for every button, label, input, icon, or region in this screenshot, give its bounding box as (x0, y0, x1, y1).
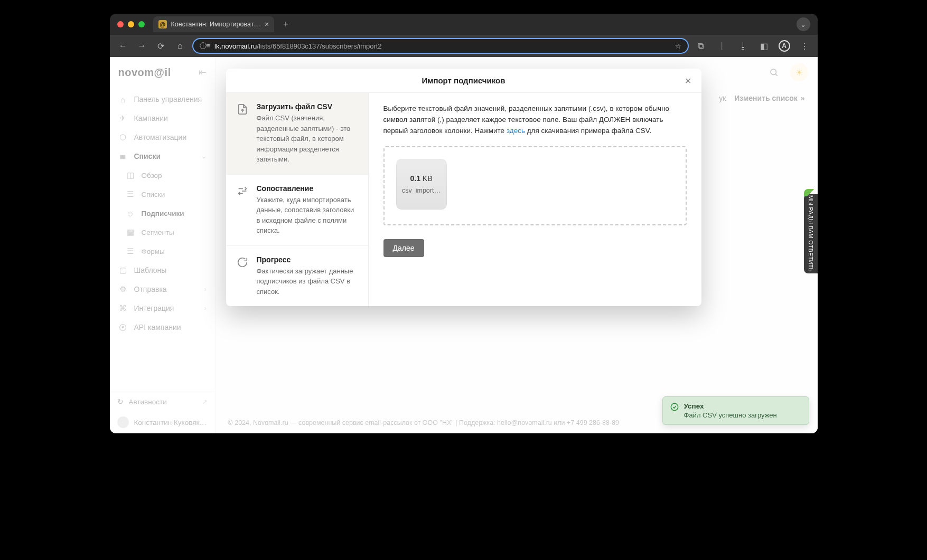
download-sample-link[interactable]: здесь (507, 127, 525, 135)
nav-back-button[interactable]: ← (116, 39, 130, 53)
tab-close-icon[interactable]: × (265, 20, 269, 29)
toast-title: Успех (684, 402, 777, 410)
app-viewport: novom@il ⇤ ⌂Панель управления ✈Кампании … (110, 57, 818, 433)
check-circle-icon (670, 403, 679, 419)
file-size: 0.1 KB (410, 174, 432, 183)
toast-message: Файл CSV успешно загружен (684, 411, 777, 419)
window-minimize-button[interactable] (128, 21, 134, 27)
profile-avatar-icon[interactable]: A (779, 40, 790, 52)
modal-title: Импорт подписчиков (422, 76, 505, 85)
svg-point-6 (671, 403, 678, 410)
import-instruction: Выберите текстовый файл значений, раздел… (383, 103, 687, 137)
site-info-icon[interactable]: ⓘ≡ (200, 41, 211, 51)
nav-home-button[interactable]: ⌂ (173, 39, 187, 53)
nav-reload-button[interactable]: ⟳ (154, 39, 168, 53)
step-desc: Фактически загружает данные подписчиков … (257, 266, 359, 297)
modal-close-button[interactable]: ✕ (682, 75, 694, 87)
titlebar: @ Константин: Импортироват… × + ⌄ (110, 14, 818, 35)
browser-window: @ Константин: Импортироват… × + ⌄ ← → ⟳ … (110, 14, 818, 433)
upload-file-icon (236, 102, 249, 165)
step-progress[interactable]: Прогресс Фактически загружает данные под… (226, 246, 368, 307)
modal-header: Импорт подписчиков ✕ (226, 69, 701, 93)
mapping-icon (236, 184, 249, 236)
step-mapping[interactable]: Сопоставление Укажите, куда импортироват… (226, 175, 368, 246)
window-controls (117, 21, 145, 27)
window-close-button[interactable] (117, 21, 124, 27)
step-title: Сопоставление (257, 184, 359, 193)
modal-content: Выберите текстовый файл значений, раздел… (369, 93, 701, 306)
uploaded-file-card[interactable]: 0.1 KB csv_import… (396, 159, 447, 210)
new-tab-button[interactable]: + (279, 19, 292, 30)
address-bar[interactable]: ⓘ≡ lk.novomail.ru/lists/65f818903c137/su… (192, 38, 689, 54)
step-upload[interactable]: Загрузить файл CSV Файл CSV (значения, р… (226, 93, 368, 175)
window-maximize-button[interactable] (138, 21, 145, 27)
browser-toolbar: ← → ⟳ ⌂ ⓘ≡ lk.novomail.ru/lists/65f81890… (110, 35, 818, 57)
tabs-dropdown-button[interactable]: ⌄ (797, 17, 810, 31)
step-desc: Файл CSV (значения, разделенные запятыми… (257, 113, 359, 165)
step-title: Прогресс (257, 255, 359, 264)
step-title: Загрузить файл CSV (257, 102, 359, 111)
success-toast: Успех Файл CSV успешно загружен (662, 396, 809, 425)
sidepanel-icon[interactable]: ◧ (757, 39, 771, 53)
import-steps: Загрузить файл CSV Файл CSV (значения, р… (226, 93, 369, 306)
import-modal: Импорт подписчиков ✕ Загрузить файл CSV … (226, 69, 701, 306)
tab-favicon: @ (158, 20, 167, 29)
nav-forward-button[interactable]: → (135, 39, 149, 53)
tab-title: Константин: Импортироват… (171, 21, 260, 28)
downloads-icon[interactable]: ⭳ (736, 39, 750, 53)
browser-tab[interactable]: @ Константин: Импортироват… × (153, 16, 275, 32)
extensions-icon[interactable]: ⧉ (694, 39, 708, 53)
file-name: csv_import… (402, 187, 441, 194)
next-button[interactable]: Далее (383, 239, 424, 257)
bookmark-star-icon[interactable]: ☆ (675, 42, 681, 50)
browser-menu-icon[interactable]: ⋮ (798, 39, 811, 53)
progress-icon (236, 255, 249, 297)
step-desc: Укажите, куда импортировать данные, сопо… (257, 195, 359, 236)
url-path: /lists/65f818903c137/subscribers/import2 (257, 42, 381, 50)
file-dropzone[interactable]: 0.1 KB csv_import… (383, 146, 687, 225)
url-host: lk.novomail.ru (214, 42, 257, 50)
feedback-tab[interactable]: МЫ РАДЫ ВАМ ОТВЕТИТЬ (804, 194, 818, 273)
